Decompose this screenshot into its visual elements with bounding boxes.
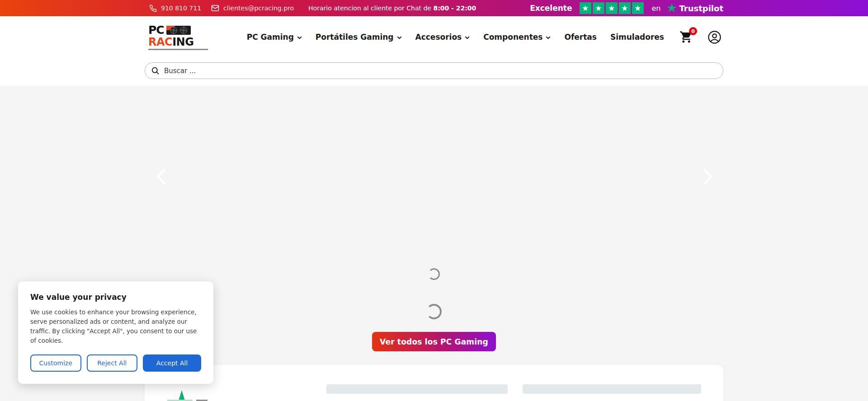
star-icon: ★ — [632, 2, 644, 14]
cart-button[interactable]: 0 — [679, 30, 693, 44]
star-icon: ★ — [580, 2, 591, 14]
cookie-title: We value your privacy — [30, 293, 201, 302]
nav-accesorios[interactable]: Accesorios — [415, 33, 470, 42]
phone-link[interactable]: 910 810 711 — [149, 5, 201, 12]
search-icon — [151, 66, 160, 75]
support-hours-time: 8:00 - 22:00 — [433, 5, 476, 12]
skeleton-placeholder — [326, 384, 508, 394]
trustpilot-rating[interactable]: Excelente ★ ★ ★ ★ ★ en Trustpilot — [530, 2, 723, 14]
rating-label: Excelente — [530, 4, 572, 13]
trustpilot-star-icon — [667, 3, 677, 13]
star-icon: ★ — [593, 2, 604, 14]
loading-spinner — [428, 268, 440, 280]
trustpilot-wordmark: Trustpilot — [679, 4, 723, 13]
nav-portatiles-gaming[interactable]: Portátiles Gaming — [316, 33, 402, 42]
email-address: clientes@pcracing.pro — [223, 5, 294, 12]
reject-all-button[interactable]: Reject All — [87, 354, 138, 372]
carousel-next-button[interactable] — [703, 168, 713, 187]
chevron-down-icon — [546, 34, 551, 40]
loading-spinner — [426, 304, 442, 319]
account-button[interactable] — [708, 30, 722, 44]
nav-componentes[interactable]: Componentes — [483, 33, 551, 42]
star-icon: ★ — [619, 2, 631, 14]
logo-text-pc: PC — [148, 24, 164, 36]
chevron-down-icon — [465, 34, 470, 40]
site-header: PC RACING PC Gaming — [0, 16, 868, 86]
main-nav: PC Gaming Portátiles Gaming Accesorios C… — [247, 33, 664, 42]
cookie-description: We use cookies to enhance your browsing … — [30, 308, 201, 345]
chevron-down-icon — [397, 34, 402, 40]
logo-underline — [148, 49, 208, 50]
cart-count-badge: 0 — [689, 27, 697, 35]
email-link[interactable]: clientes@pcracing.pro — [211, 4, 294, 12]
phone-number: 910 810 711 — [161, 5, 201, 12]
phone-icon — [149, 5, 157, 12]
logo[interactable]: PC RACING — [148, 24, 211, 50]
ver-todos-pc-gaming-button[interactable]: Ver todos los PC Gaming — [372, 332, 496, 351]
rating-connector: en — [652, 4, 661, 13]
carousel-prev-button[interactable] — [156, 168, 166, 187]
search-input[interactable] — [145, 62, 723, 79]
search-box — [145, 62, 723, 79]
nav-ofertas[interactable]: Ofertas — [564, 33, 596, 42]
trustpilot-widget-card — [145, 365, 723, 401]
chevron-down-icon — [297, 34, 302, 40]
trustpilot-link[interactable]: Trustpilot — [667, 3, 723, 13]
customize-button[interactable]: Customize — [30, 354, 81, 372]
mail-icon — [211, 4, 219, 12]
skeleton-placeholder — [523, 384, 701, 394]
rating-stars: ★ ★ ★ ★ ★ — [580, 2, 644, 14]
star-icon: ★ — [606, 2, 618, 14]
nav-simuladores[interactable]: Simuladores — [610, 33, 664, 42]
user-circle-icon — [708, 30, 722, 44]
accept-all-button[interactable]: Accept All — [143, 354, 201, 372]
topbar: 910 810 711 clientes@pcracing.pro Horari… — [0, 0, 868, 16]
support-hours: Horario atencion al cliente por Chat de … — [308, 5, 476, 12]
logo-text-racing: RACING — [148, 37, 211, 47]
cookie-consent-dialog: We value your privacy We use cookies to … — [18, 281, 213, 384]
nav-pc-gaming[interactable]: PC Gaming — [247, 33, 302, 42]
gpu-card-icon — [166, 24, 191, 36]
